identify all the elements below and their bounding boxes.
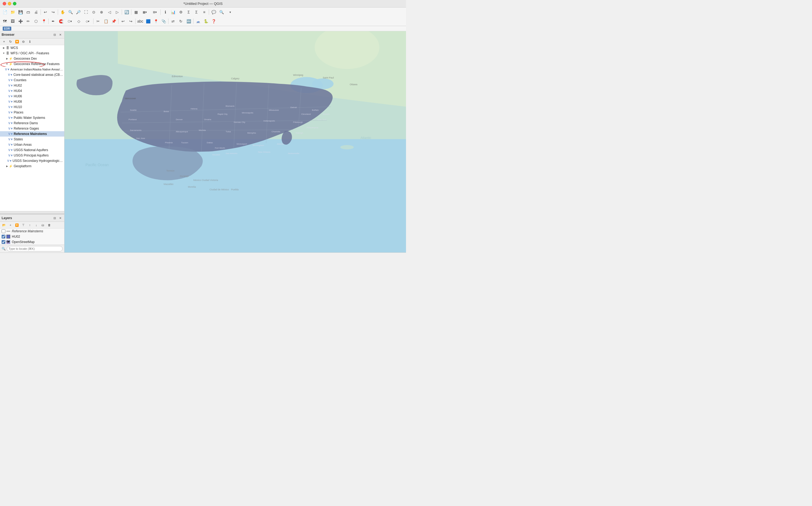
unpin-label-button[interactable]: 📎	[160, 18, 168, 25]
refresh-button[interactable]: 🔄	[123, 9, 130, 16]
add-raster-button[interactable]: 🖼	[9, 18, 16, 25]
layer-filter2-button[interactable]: ⊤	[20, 222, 26, 228]
maximize-button[interactable]	[13, 2, 16, 5]
select-dropdown[interactable]: ▦▾	[140, 9, 150, 16]
wcs-arrow[interactable]: ▶	[2, 46, 5, 50]
browser-collapse-icon[interactable]: ⊟	[52, 32, 57, 37]
zoom-more[interactable]: ▾	[225, 9, 235, 16]
plugins-button[interactable]: ⚙	[177, 9, 185, 16]
tree-item-wcs[interactable]: ▶ 🗄 WCS	[0, 45, 64, 51]
rotate-label-button[interactable]: ↻	[177, 18, 185, 25]
save-as-button[interactable]: 🗃	[24, 9, 32, 16]
zoom-next-button[interactable]: ▷	[113, 9, 121, 16]
attr-table-button[interactable]: ≡	[200, 9, 208, 16]
browser-close-icon[interactable]: ✕	[58, 32, 63, 37]
tree-item-cbsa[interactable]: V▼ Core-based statistical areas (CBSA)	[0, 72, 64, 77]
terrain-button[interactable]: 🗻	[194, 18, 202, 25]
identify-button[interactable]: ℹ	[162, 9, 169, 16]
tree-item-hu04[interactable]: V▼ HU04	[0, 88, 64, 94]
close-button[interactable]	[3, 2, 6, 5]
layer-delete-button[interactable]: 🗑	[46, 222, 52, 228]
layer-row-ref-mainstems[interactable]: Reference Mainstems	[0, 229, 64, 234]
tree-item-ref-mainstems[interactable]: V▼ Reference Mainstems	[0, 131, 64, 137]
cut-button[interactable]: ✂	[94, 18, 102, 25]
tree-item-states[interactable]: V▼ States	[0, 137, 64, 142]
python-button[interactable]: Σ	[185, 9, 192, 16]
map-area[interactable]: Pacific Ocean Atlantic Edmonton Calgary …	[65, 31, 406, 252]
tree-item-geoconnex-dev[interactable]: ▶ ⚡ Geoconnex Dev	[0, 56, 64, 61]
tree-item-aiannh[interactable]: V▼ American Indian/Alaska Native Areas/H…	[0, 67, 64, 72]
tree-item-geoconnex-ref[interactable]: ▼ ⚡ Geoconnex Reference Features	[0, 61, 64, 67]
geoconnex-dev-arrow[interactable]: ▶	[5, 57, 9, 60]
edit-vertices-button[interactable]: ⬡	[32, 18, 40, 25]
layers-panel-controls[interactable]: ⊟ ✕	[52, 216, 63, 221]
tree-item-geoplatform[interactable]: ▶ ⚡ Geoplatform	[0, 163, 64, 169]
layers-close-icon[interactable]: ✕	[58, 216, 63, 221]
add-vector-button[interactable]: 🗺	[1, 18, 9, 25]
tree-item-hu08[interactable]: V▼ HU08	[0, 99, 64, 104]
add-feature-button[interactable]: 📍	[40, 18, 47, 25]
zoom-out-button[interactable]: 🔎	[75, 9, 82, 16]
paste-button[interactable]: 📌	[110, 18, 117, 25]
layer-add-button[interactable]: +	[7, 222, 13, 228]
tips-button[interactable]: 💬	[210, 9, 217, 16]
redo-button[interactable]: ↪	[49, 9, 57, 16]
open-project-button[interactable]: 📁	[9, 9, 16, 16]
browser-tree[interactable]: ▶ 🗄 WCS ▼ 🗄 WFS / OGC API - Features ▶ ⚡…	[0, 45, 64, 211]
edit-mode-button[interactable]: ✒	[49, 18, 57, 25]
wfs-arrow[interactable]: ▼	[2, 52, 5, 55]
tree-item-counties[interactable]: V▼ Counties	[0, 77, 64, 83]
tree-item-public-water[interactable]: V▼ Public Water Systems	[0, 115, 64, 120]
layer-open-button[interactable]: 📂	[1, 222, 7, 228]
layer-down-button[interactable]: ↓	[33, 222, 39, 228]
statistics-button[interactable]: 📊	[169, 9, 177, 16]
field-calc-button[interactable]: Σ	[193, 9, 200, 16]
geoconnex-ref-arrow[interactable]: ▼	[5, 62, 9, 66]
measure-button[interactable]: ⊞▾	[150, 9, 160, 16]
tree-item-usgs-principal[interactable]: V▼ USGS Principal Aquifers	[0, 153, 64, 158]
diagram-button[interactable]: 🟦	[144, 18, 152, 25]
minimize-button[interactable]	[8, 2, 11, 5]
browser-filter-button[interactable]: 🔽	[14, 39, 20, 45]
python2-button[interactable]: 🐍	[202, 18, 210, 25]
digitize-button[interactable]: ✏	[24, 18, 32, 25]
redo2-button[interactable]: ↪	[127, 18, 135, 25]
layers-collapse-icon[interactable]: ⊟	[52, 216, 57, 221]
snapping-dropdown[interactable]: ⬡▾	[65, 18, 75, 25]
layer-group-button[interactable]: 🗂	[40, 222, 46, 228]
pan-button[interactable]: ✋	[59, 9, 66, 16]
search-input[interactable]	[7, 246, 63, 251]
layer-up-button[interactable]: ↑	[27, 222, 33, 228]
tree-item-hu10[interactable]: V▼ HU10	[0, 104, 64, 110]
tree-item-usgs-secondary[interactable]: V▼ USGS Secondary Hydrogeologic Regions	[0, 158, 64, 163]
browser-properties-button[interactable]: ℹ	[27, 39, 33, 45]
browser-collapse-all-button[interactable]: ⊖	[20, 39, 26, 45]
tree-item-ref-dams[interactable]: V▼ Reference Dams	[0, 120, 64, 126]
zoom-level-button[interactable]: 🔍	[218, 9, 225, 16]
browser-panel-controls[interactable]: ⊟ ✕	[52, 32, 63, 37]
tree-item-urban-areas[interactable]: V▼ Urban Areas	[0, 142, 64, 147]
vertex-dropdown[interactable]: ◇▾	[83, 18, 92, 25]
tree-item-ref-gages[interactable]: V▼ Reference Gages	[0, 126, 64, 131]
label-button[interactable]: abc	[136, 18, 144, 25]
tree-item-hu02[interactable]: V▼ HU02	[0, 83, 64, 88]
undo-button[interactable]: ↩	[42, 9, 49, 16]
geoplatform-arrow[interactable]: ▶	[5, 165, 9, 168]
undo2-button[interactable]: ↩	[119, 18, 127, 25]
ref-mainstems-checkbox[interactable]	[2, 229, 5, 233]
print-button[interactable]: 🖨	[32, 9, 40, 16]
window-controls[interactable]	[3, 2, 16, 5]
hu02-checkbox[interactable]	[2, 235, 5, 239]
zoom-in-button[interactable]: 🔍	[67, 9, 74, 16]
vertex-tool-button[interactable]: ◇	[75, 18, 83, 25]
select-button[interactable]: ▦	[132, 9, 140, 16]
tree-item-hu06[interactable]: V▼ HU06	[0, 94, 64, 99]
osm-checkbox[interactable]	[2, 240, 5, 244]
save-project-button[interactable]: 💾	[17, 9, 24, 16]
tree-item-wfs[interactable]: ▼ 🗄 WFS / OGC API - Features	[0, 51, 64, 56]
zoom-previous-button[interactable]: ◁	[106, 9, 113, 16]
change-label-button[interactable]: 🔤	[185, 18, 192, 25]
snapping-button[interactable]: 🧲	[57, 18, 65, 25]
move-label-button[interactable]: ⇄	[169, 18, 177, 25]
zoom-selection-button[interactable]: ⊕	[98, 9, 105, 16]
